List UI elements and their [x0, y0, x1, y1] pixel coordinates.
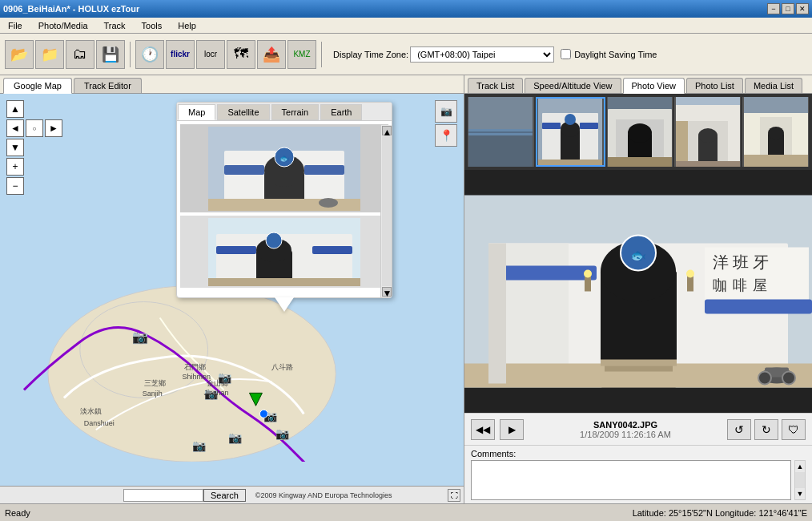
popup-photo-2	[180, 216, 388, 288]
dst-checkbox[interactable]	[561, 49, 571, 59]
comments-area: Comments: ▲ ▼	[464, 445, 812, 503]
svg-rect-65	[676, 121, 688, 161]
right-panel: Track List Speed/Altitude View Photo Vie…	[464, 75, 812, 503]
photo-action-buttons: ↺ ↻ 🛡	[727, 419, 806, 440]
search-input[interactable]	[123, 489, 203, 502]
svg-text:牙: 牙	[753, 253, 769, 271]
svg-rect-38	[216, 246, 256, 254]
svg-rect-28	[224, 165, 264, 175]
svg-rect-66	[676, 161, 740, 167]
menu-file[interactable]: File	[3, 19, 27, 32]
popup-tabs: Map Satellite Terrain Earth	[177, 103, 392, 121]
thumbnail-5[interactable]	[742, 97, 809, 167]
svg-rect-43	[468, 132, 533, 167]
comments-textarea[interactable]	[471, 460, 791, 500]
toolbar-sep-2	[321, 42, 322, 67]
tab-photo-view[interactable]: Photo View	[623, 78, 685, 94]
menu-photomedia[interactable]: Photo/Media	[34, 19, 93, 32]
rotate-left-btn[interactable]: ↺	[727, 419, 751, 440]
search-button[interactable]: Search	[203, 489, 246, 502]
zoom-out-btn[interactable]: −	[6, 177, 24, 195]
toolbar-sep-1	[130, 42, 131, 67]
svg-text:🐟: 🐟	[630, 248, 646, 263]
thumbnail-1[interactable]	[468, 97, 534, 167]
toolbar-new-btn[interactable]: 📂	[5, 40, 34, 69]
export-photo-btn[interactable]: 🛡	[782, 419, 806, 440]
timezone-label: Display Time Zone:	[333, 50, 408, 59]
toolbar-export-btn[interactable]: 📤	[257, 40, 286, 69]
menu-track[interactable]: Track	[99, 19, 131, 32]
marker-btn[interactable]: 📍	[435, 124, 457, 147]
status-bar: Ready Latitude: 25°15'52"N Longitude: 12…	[0, 503, 812, 521]
close-button[interactable]: ✕	[796, 3, 809, 14]
svg-point-100	[782, 372, 795, 385]
toolbar-globe1-btn[interactable]: flickr	[166, 40, 195, 69]
maximize-button[interactable]: □	[782, 3, 794, 14]
svg-rect-72	[744, 155, 808, 167]
svg-rect-51	[580, 123, 598, 129]
minimize-button[interactable]: −	[767, 3, 780, 14]
toolbar-earth-btn[interactable]: KMZ	[287, 40, 316, 69]
tab-track-list[interactable]: Track List	[468, 78, 523, 93]
streetview-btn[interactable]: 📷	[435, 100, 457, 123]
map-attribution: ©2009 Kingway AND Europa Technologies	[255, 491, 392, 499]
svg-text:咖: 咖	[713, 277, 727, 293]
toolbar-clock-btn[interactable]: 🕐	[135, 40, 164, 69]
svg-point-71	[768, 127, 784, 139]
comments-label: Comments:	[471, 449, 806, 458]
photo-controls: ◀◀ ▶ SANY0042.JPG 1/18/2009 11:26:16 AM …	[464, 413, 812, 445]
rewind-button[interactable]: ◀◀	[471, 419, 495, 440]
toolbar: 📂 📁 🗂 💾 🕐 flickr locr 🗺 📤 KMZ Display Ti…	[0, 34, 812, 75]
pan-up-btn[interactable]: ▲	[6, 100, 24, 118]
tab-media-list[interactable]: Media List	[745, 78, 802, 93]
thumbnail-2[interactable]	[536, 97, 605, 167]
pan-left-btn[interactable]: ◄	[6, 119, 24, 137]
tab-google-map[interactable]: Google Map	[3, 78, 72, 94]
svg-rect-32	[208, 199, 360, 211]
thumbnail-3[interactable]	[607, 97, 673, 167]
popup-tab-map[interactable]: Map	[178, 104, 215, 120]
title-bar: 0906_BeiHaiAn* - HOLUX ezTour − □ ✕	[0, 0, 812, 18]
map-controls: ▲ ◄ ○ ► ▼ + −	[6, 100, 62, 195]
rotate-right-btn[interactable]: ↻	[754, 419, 778, 440]
timezone-select[interactable]: (GMT+08:00) Taipei	[410, 46, 554, 63]
toolbar-folder-btn[interactable]: 🗂	[66, 40, 94, 69]
app-title: 0906_BeiHaiAn* - HOLUX ezTour	[3, 4, 139, 14]
popup-scrollbar[interactable]: ▲ ▼	[380, 125, 392, 297]
popup-tab-earth[interactable]: Earth	[320, 104, 362, 120]
status-coordinates: Latitude: 25°15'52"N Longitude: 121°46'4…	[633, 508, 807, 518]
menu-bar: File Photo/Media Track Tools Help	[0, 18, 812, 34]
toolbar-save-btn[interactable]: 💾	[96, 40, 125, 69]
svg-point-89	[584, 270, 592, 278]
svg-point-99	[758, 372, 771, 385]
svg-point-91	[686, 270, 694, 278]
popup-tab-satellite[interactable]: Satellite	[217, 104, 269, 120]
tab-track-editor[interactable]: Track Editor	[74, 78, 142, 93]
thumbnail-4[interactable]	[674, 97, 741, 167]
photo-datetime: 1/18/2009 11:26:16 AM	[529, 430, 722, 439]
menu-tools[interactable]: Tools	[137, 19, 167, 32]
menu-help[interactable]: Help	[173, 19, 201, 32]
map-tab-row: Google Map Track Editor	[0, 75, 464, 94]
play-button[interactable]: ▶	[500, 419, 524, 440]
toolbar-locr-btn[interactable]: locr	[196, 40, 225, 69]
zoom-in-btn[interactable]: +	[6, 158, 24, 176]
toolbar-open-btn[interactable]: 📁	[35, 40, 64, 69]
pan-right-btn[interactable]: ►	[45, 119, 62, 137]
tab-speed-altitude[interactable]: Speed/Altitude View	[525, 78, 621, 93]
svg-rect-29	[304, 165, 344, 175]
photo-filename: SANY0042.JPG	[529, 420, 722, 430]
comments-scrollbar[interactable]: ▲ ▼	[794, 460, 806, 500]
svg-rect-59	[608, 157, 672, 167]
map-overlay-controls: 📷 📍	[435, 100, 457, 147]
popup-arrow	[275, 297, 294, 312]
pan-center-btn[interactable]: ○	[26, 119, 43, 137]
popup-content[interactable]: 🐟	[177, 121, 392, 297]
pan-down-btn[interactable]: ▼	[6, 139, 24, 156]
popup-tab-terrain[interactable]: Terrain	[271, 104, 320, 120]
svg-rect-87	[705, 300, 812, 314]
status-ready: Ready	[5, 508, 30, 518]
tab-photo-list[interactable]: Photo List	[686, 78, 743, 93]
map-expand-btn[interactable]: ⛶	[448, 489, 460, 502]
toolbar-map-btn[interactable]: 🗺	[227, 40, 255, 69]
